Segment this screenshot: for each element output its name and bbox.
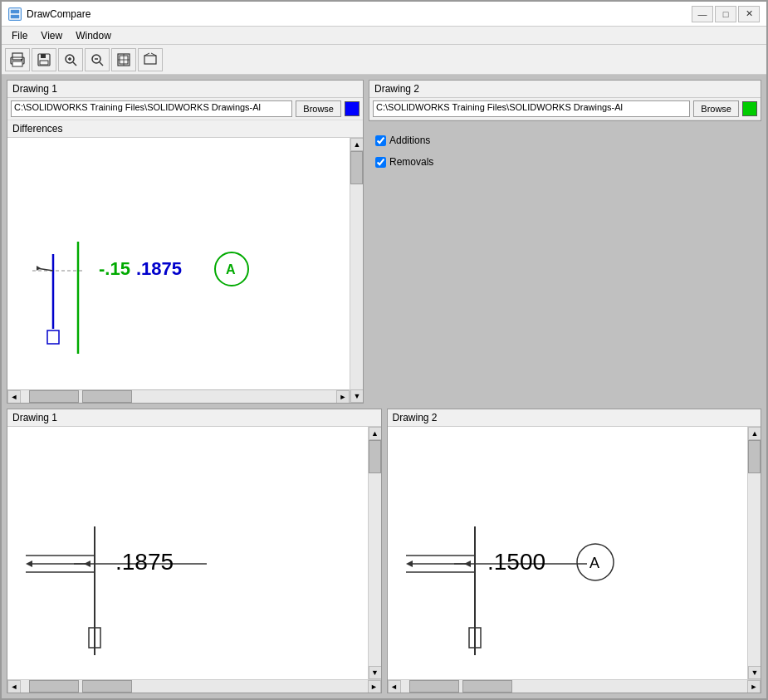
d2-hscroll-left[interactable]: ◄ xyxy=(388,680,401,693)
bottom-d2-canvas-row: .1500 A xyxy=(388,427,761,679)
d1-vscroll-up[interactable]: ▲ xyxy=(369,427,381,440)
d1-hscroll-track[interactable] xyxy=(21,680,368,693)
diff-canvas: -.15 .1875 A xyxy=(7,138,350,389)
differences-label: Differences xyxy=(12,123,62,135)
svg-rect-32 xyxy=(47,330,59,344)
fit-button[interactable] xyxy=(111,48,136,71)
d2-vscroll-track[interactable] xyxy=(748,440,761,666)
svg-marker-34 xyxy=(26,560,32,567)
svg-text:.1500: .1500 xyxy=(487,549,545,575)
diff-canvas-col: -.15 .1875 A ◄ xyxy=(7,138,350,403)
svg-text:-.15: -.15 xyxy=(99,258,130,279)
window-controls: — □ ✕ xyxy=(692,6,760,22)
bottom-d1-canvas-col: .1875 ▲ xyxy=(7,427,381,693)
differences-panel: Drawing 1 C:\SOLIDWORKS Training Files\S… xyxy=(7,80,364,404)
bottom-d2-canvas: .1500 A xyxy=(388,427,748,679)
d2-vscroll-down[interactable]: ▼ xyxy=(748,666,761,679)
d2-hscroll[interactable]: ◄ ► xyxy=(388,679,761,693)
drawing2-color xyxy=(742,101,757,116)
save-button[interactable] xyxy=(32,48,56,71)
d1-hscroll[interactable]: ◄ ► xyxy=(7,679,381,693)
additions-row: Additions xyxy=(375,135,755,146)
svg-rect-2 xyxy=(12,53,22,60)
diff-hscroll-left[interactable]: ◄ xyxy=(7,390,21,403)
d1-vscroll-down[interactable]: ▼ xyxy=(369,666,381,679)
right-area: Drawing 2 C:\SOLIDWORKS Training Files\S… xyxy=(369,80,761,404)
bottom-d1-canvas-row: .1875 ▲ xyxy=(7,427,381,679)
menu-view[interactable]: View xyxy=(34,28,69,43)
drawing1-label: Drawing 1 xyxy=(12,83,57,95)
diff-hscroll-track[interactable] xyxy=(21,390,336,403)
svg-rect-7 xyxy=(41,54,46,58)
menu-window[interactable]: Window xyxy=(69,28,118,43)
svg-rect-5 xyxy=(21,59,22,61)
bottom-section: Drawing 1 xyxy=(7,409,761,693)
bottom-d1-canvas: .1875 xyxy=(7,427,368,679)
title-bar: DrawCompare — □ ✕ xyxy=(2,2,766,27)
svg-marker-45 xyxy=(464,560,471,567)
zoom-in-button[interactable] xyxy=(58,48,83,71)
svg-marker-36 xyxy=(84,560,90,567)
drawing2-path-row: C:\SOLIDWORKS Training Files\SOLIDWORKS … xyxy=(369,98,761,120)
svg-marker-43 xyxy=(406,560,413,567)
diff-vscroll-track[interactable] xyxy=(350,151,363,389)
svg-rect-4 xyxy=(12,61,22,66)
bottom-d2-canvas-col: .1500 A xyxy=(388,427,761,693)
drawing2-label: Drawing 2 xyxy=(374,83,419,95)
d1-hscroll-right[interactable]: ► xyxy=(368,680,381,693)
d2-vscroll-up[interactable]: ▲ xyxy=(748,427,761,440)
drawing1-color xyxy=(345,101,360,116)
bottom-drawing2-panel: Drawing 2 xyxy=(387,409,762,693)
app-icon xyxy=(8,7,22,21)
svg-rect-8 xyxy=(40,61,48,65)
drawing1-path-row: C:\SOLIDWORKS Training Files\SOLIDWORKS … xyxy=(7,98,363,120)
print-button[interactable] xyxy=(5,48,30,71)
d2-hscroll-right[interactable]: ► xyxy=(747,680,761,693)
diff-vscroll[interactable]: ▲ ▼ xyxy=(350,138,363,403)
diff-vscroll-up[interactable]: ▲ xyxy=(350,138,363,151)
close-button[interactable]: ✕ xyxy=(738,6,760,22)
removals-checkbox[interactable] xyxy=(375,157,386,168)
drawing2-browse[interactable]: Browse xyxy=(693,100,739,117)
zoom-out-button[interactable] xyxy=(85,48,110,71)
additions-label: Additions xyxy=(389,135,430,146)
bottom-drawing2-label: Drawing 2 xyxy=(393,412,438,423)
drawing1-path[interactable]: C:\SOLIDWORKS Training Files\SOLIDWORKS … xyxy=(11,100,292,117)
menu-file[interactable]: File xyxy=(5,28,34,43)
bottom-drawing1-panel: Drawing 1 xyxy=(7,409,382,693)
reset-button[interactable] xyxy=(138,48,163,71)
drawing1-browse[interactable]: Browse xyxy=(296,100,341,117)
title-bar-left: DrawCompare xyxy=(8,7,90,21)
svg-rect-20 xyxy=(144,56,156,64)
window-title: DrawCompare xyxy=(27,8,90,20)
diff-hscroll-right[interactable]: ► xyxy=(336,390,350,403)
svg-text:A: A xyxy=(589,555,599,571)
drawing2-path[interactable]: C:\SOLIDWORKS Training Files\SOLIDWORKS … xyxy=(373,100,690,117)
main-content: Drawing 1 C:\SOLIDWORKS Training Files\S… xyxy=(2,75,766,698)
d1-hscroll-left[interactable]: ◄ xyxy=(7,680,21,693)
maximize-button[interactable]: □ xyxy=(715,6,736,22)
top-section: Drawing 1 C:\SOLIDWORKS Training Files\S… xyxy=(7,80,761,404)
diff-inner: -.15 .1875 A ◄ xyxy=(7,138,363,403)
menu-bar: File View Window xyxy=(2,27,766,45)
svg-text:A: A xyxy=(226,262,236,277)
toolbar xyxy=(2,45,766,75)
svg-line-10 xyxy=(73,62,76,66)
d2-hscroll-track[interactable] xyxy=(401,680,748,693)
svg-text:.1875: .1875 xyxy=(136,258,182,279)
bottom-drawing1-label: Drawing 1 xyxy=(12,412,57,423)
minimize-button[interactable]: — xyxy=(692,6,713,22)
d1-vscroll-track[interactable] xyxy=(369,440,381,666)
svg-text:.1875: .1875 xyxy=(115,549,174,575)
main-window: DrawCompare — □ ✕ File View Window xyxy=(0,0,768,700)
removals-row: Removals xyxy=(375,156,755,168)
diff-vscroll-down[interactable]: ▼ xyxy=(350,389,363,403)
svg-marker-27 xyxy=(37,266,41,271)
d1-vscroll[interactable]: ▲ ▼ xyxy=(368,427,381,679)
d2-vscroll[interactable]: ▲ ▼ xyxy=(747,427,761,679)
checkboxes-area: Additions Removals xyxy=(369,121,761,181)
removals-label: Removals xyxy=(389,156,433,168)
diff-hscroll[interactable]: ◄ ► xyxy=(7,389,350,403)
additions-checkbox[interactable] xyxy=(375,135,386,146)
svg-line-14 xyxy=(100,62,103,66)
